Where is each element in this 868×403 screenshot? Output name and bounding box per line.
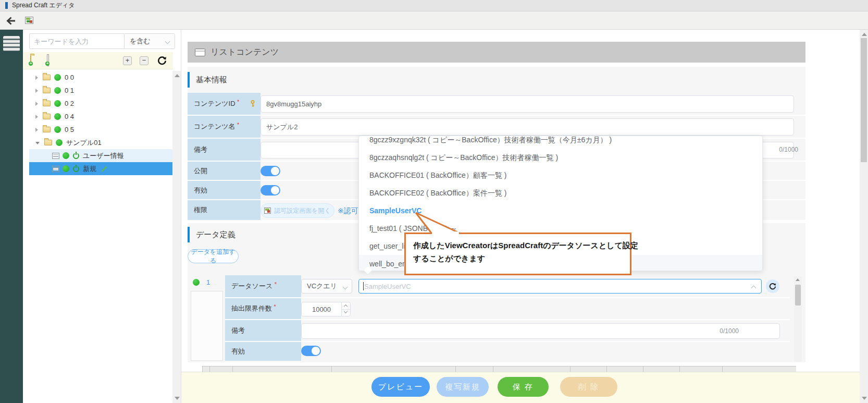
content-name-input[interactable] — [261, 118, 794, 136]
dropdown-item[interactable]: BACKOFFICE01 ( BackOffice）顧客一覧 ) — [359, 166, 762, 184]
number-spinner — [341, 302, 351, 316]
tree-item-sample01[interactable]: サンプル01 — [29, 136, 173, 149]
add-content-button[interactable]: + — [47, 56, 56, 64]
content-id-field — [261, 93, 805, 115]
scroll-up-icon[interactable] — [862, 33, 867, 36]
doc-icon — [52, 153, 59, 159]
required-asterisk: * — [274, 281, 276, 287]
tree-item-new[interactable]: 新規 — [29, 162, 172, 175]
data-row-1: 1 データソース* VCクエリ — [191, 275, 790, 361]
open-auth-settings-label: 認可設定画面を開く — [274, 206, 331, 215]
dropdown-item[interactable]: 8gczz9xzgnqk32t ( コピー～BackOffice）技術者稼働一覧… — [359, 136, 762, 149]
datasource-combobox-value: SampleUserVC — [364, 283, 411, 290]
tree-item-user-info[interactable]: ユーザー情報 — [29, 149, 173, 162]
status-circle-icon — [63, 152, 69, 159]
folder-icon — [43, 101, 51, 106]
chevron-right-icon[interactable] — [35, 76, 38, 80]
add-data-button[interactable]: データを追加する — [188, 249, 239, 263]
tree-item-label: 新規 — [83, 164, 96, 174]
back-arrow-icon[interactable] — [5, 15, 17, 27]
scroll-down-icon[interactable] — [862, 397, 867, 400]
window-icon — [195, 48, 205, 56]
section-bar-icon — [188, 72, 190, 88]
required-asterisk: * — [237, 121, 239, 128]
datasource-combobox[interactable]: SampleUserVC — [358, 279, 762, 294]
section-title: データ定義 — [196, 230, 235, 240]
datasource-type-select[interactable]: VCクエリ — [301, 279, 352, 294]
section-title: 基本情報 — [196, 75, 227, 85]
delete-button[interactable]: 削 除 — [560, 377, 617, 397]
content-id-input[interactable] — [261, 95, 794, 113]
scrollbar-thumb[interactable] — [861, 38, 867, 162]
data-row-scrollbar[interactable] — [794, 276, 802, 362]
chevron-down-icon[interactable] — [35, 142, 40, 144]
chevron-right-icon[interactable] — [35, 89, 38, 93]
scroll-up-icon[interactable] — [175, 74, 180, 77]
text-caret — [363, 282, 364, 290]
add-folder-button[interactable]: + — [30, 56, 40, 64]
limit-row: 抽出限界件数* — [225, 298, 790, 320]
copy-new-button[interactable]: 複写新規 — [437, 377, 489, 397]
tree-item-0-0[interactable]: 0 0 — [29, 71, 173, 84]
power-icon — [73, 166, 79, 172]
spreadcraft-icon[interactable] — [25, 17, 33, 24]
row-note-input[interactable] — [301, 323, 780, 339]
chevron-right-icon[interactable] — [35, 128, 38, 132]
plus-badge-icon: + — [29, 62, 33, 66]
limit-input[interactable] — [301, 302, 342, 316]
row-enabled-toggle[interactable] — [301, 346, 321, 356]
chevron-right-icon[interactable] — [35, 102, 38, 106]
spinner-down-button[interactable] — [342, 309, 350, 316]
open-auth-settings-button[interactable]: 認可設定画面を開く — [261, 203, 334, 218]
data-row-index: 1 — [191, 275, 223, 289]
expand-all-button[interactable]: + — [123, 56, 132, 65]
row-drag-area[interactable] — [191, 291, 223, 361]
save-button[interactable]: 保 存 — [498, 377, 549, 397]
page-scrollbar[interactable] — [860, 30, 868, 403]
row-note-row: 備考 0/1000 — [225, 320, 790, 342]
app-window: Spread Craft エディタ を含む + + + − 0 0 0 1 0 … — [0, 0, 868, 403]
search-input[interactable] — [29, 33, 124, 49]
tree-item-label: ユーザー情報 — [83, 151, 124, 161]
tree-item-0-5[interactable]: 0 5 — [29, 123, 173, 136]
tree-item-0-4[interactable]: 0 4 — [29, 110, 173, 123]
note-label: 備考 — [188, 139, 261, 161]
status-circle-icon — [54, 126, 61, 133]
row-number: 1 — [206, 278, 210, 286]
auth-icon — [264, 207, 271, 214]
refresh-datasource-button[interactable] — [766, 279, 779, 293]
collapse-all-button[interactable]: − — [140, 56, 148, 65]
tree-item-label: 0 1 — [65, 87, 74, 94]
tree-item-label: 0 2 — [65, 100, 74, 107]
public-toggle[interactable] — [261, 166, 280, 176]
doc-icon — [52, 166, 59, 172]
refresh-icon — [769, 283, 776, 290]
chevron-right-icon[interactable] — [35, 115, 38, 119]
scroll-up-icon[interactable] — [796, 278, 800, 281]
row-enabled-row: 有効 — [225, 342, 790, 361]
refresh-tree-button[interactable] — [157, 56, 167, 65]
data-row-fields: データソース* VCクエリ SampleUserVC — [225, 275, 790, 361]
filter-select[interactable]: を含む — [124, 33, 175, 49]
scroll-down-icon[interactable] — [175, 397, 180, 400]
data-row-gutter: 1 — [191, 275, 223, 361]
folder-icon — [43, 127, 51, 132]
callout-text-line2: することができます — [413, 252, 623, 265]
required-asterisk: * — [237, 99, 239, 105]
dropdown-item[interactable]: BACKOFFICE02 ( BackOffice）案件一覧 ) — [359, 184, 762, 202]
menu-hamburger-icon[interactable] — [3, 36, 20, 51]
dropdown-item[interactable]: 8gczzaqhsnqlg2t ( コピー～BackOffice）技術者稼働一覧… — [359, 149, 762, 166]
left-rail — [0, 30, 23, 403]
tutorial-callout: 作成したViewCreatorはSpreadCraftのデータソースとして設定 … — [404, 233, 631, 275]
content-name-label: コンテンツ名* — [188, 116, 261, 138]
scrollbar-thumb[interactable] — [795, 285, 801, 306]
power-icon — [73, 153, 79, 159]
tree-scrollbar[interactable] — [172, 71, 181, 403]
tree-item-0-2[interactable]: 0 2 — [29, 97, 173, 110]
tree-item-0-1[interactable]: 0 1 — [29, 84, 173, 97]
preview-button[interactable]: プレビュー — [371, 377, 430, 397]
enabled-toggle[interactable] — [261, 185, 280, 196]
callout-pointer-icon — [411, 212, 468, 237]
tree-item-label: 0 4 — [65, 113, 74, 120]
row-note-label: 備考 — [225, 320, 301, 341]
